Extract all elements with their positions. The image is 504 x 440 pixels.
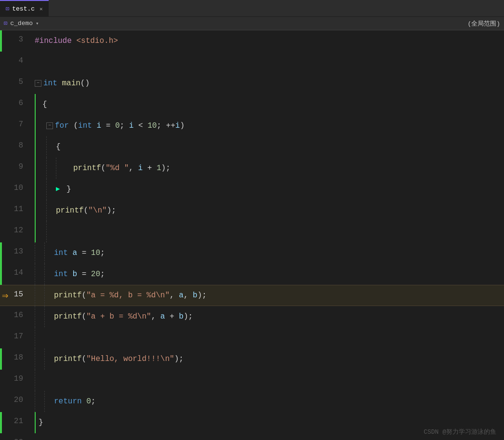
code-line-15: ⇒ 15 printf("a = %d, b = %d\n", a, b); (0, 285, 504, 306)
line-5-content: −int main() (31, 73, 504, 94)
breadcrumb-bar: ⊡ c_demo ▾ (全局范围) (0, 17, 504, 30)
line-19-content (31, 370, 504, 391)
tab-close-button[interactable]: ✕ (40, 6, 43, 12)
debug-arrow-icon: ⇒ (2, 289, 8, 302)
line-4-content (31, 52, 504, 73)
code-line-4: 4 (0, 52, 504, 73)
line-14-content: int b = 20; (31, 264, 504, 285)
line-12-content (31, 221, 504, 242)
code-line-18: 18 printf("Hello, world!!!\n"); (0, 348, 504, 370)
line-16-content: printf("a + b = %d\n", a + b); (31, 306, 504, 327)
watermark: CSDN @努力学习游泳的鱼 (424, 427, 496, 436)
code-line-5: 5 −int main() (0, 73, 504, 94)
code-line-6: 6 { (0, 94, 504, 115)
code-line-11: 11 printf("\n"); (0, 200, 504, 221)
code-editor[interactable]: 3 #include <stdio.h> 4 5 −int main() 6 {… (0, 30, 504, 440)
tab-pin-icon: ⊡ (6, 5, 9, 13)
line-number-5: 5 (2, 73, 31, 94)
line-number-21: 21 (2, 412, 31, 433)
line-number-9: 9 (2, 158, 31, 179)
line-9-content: printf("%d ", i + 1); (31, 158, 504, 179)
code-line-3: 3 #include <stdio.h> (0, 30, 504, 52)
breadcrumb-scope[interactable]: c_demo (10, 20, 33, 27)
line-number-11: 11 (2, 200, 31, 221)
breadcrumb-file-icon: ⊡ (4, 20, 7, 27)
tab-bar: ⊡ test.c ✕ (0, 0, 504, 17)
code-line-20: 20 return 0; (0, 391, 504, 412)
line-17-content (31, 327, 504, 348)
line-number-16: 16 (2, 306, 31, 327)
line-number-3: 3 (2, 30, 31, 52)
line-number-6: 6 (2, 94, 31, 115)
line-number-20: 20 (2, 391, 31, 412)
code-line-12: 12 (0, 221, 504, 242)
code-line-10: 10 ▶ } (0, 179, 504, 200)
line-number-17: 17 (2, 327, 31, 348)
line-number-8: 8 (2, 136, 31, 158)
line-11-content: printf("\n"); (31, 200, 504, 221)
line-number-19: 19 (2, 370, 31, 391)
breadcrumb-left: ⊡ c_demo ▾ (4, 20, 464, 27)
line-number-18: 18 (2, 348, 31, 370)
line-number-10: 10 (2, 179, 31, 200)
code-line-14: 14 int b = 20; (0, 264, 504, 285)
code-line-13: 13 int a = 10; (0, 242, 504, 264)
code-line-16: 16 printf("a + b = %d\n", a + b); (0, 306, 504, 327)
line-number-12: 12 (2, 221, 31, 242)
line-number-22: 22 (2, 433, 31, 440)
line-13-content: int a = 10; (31, 242, 504, 264)
line-number-4: 4 (2, 52, 31, 73)
code-line-17: 17 (0, 327, 504, 348)
code-line-8: 8 { (0, 136, 504, 158)
breadcrumb-dropdown-icon[interactable]: ▾ (36, 20, 39, 27)
line-18-content: printf("Hello, world!!!\n"); (31, 348, 504, 370)
tab-filename: test.c (12, 5, 35, 13)
active-tab[interactable]: ⊡ test.c ✕ (0, 0, 49, 17)
line-15-content: printf("a = %d, b = %d\n", a, b); (31, 285, 504, 306)
line-10-content: ▶ } (31, 179, 504, 200)
line-7-content: −for (int i = 0; i < 10; ++i) (31, 115, 504, 136)
line-8-content: { (31, 136, 504, 158)
line-3-content: #include <stdio.h> (31, 30, 504, 52)
breadcrumb-context: (全局范围) (467, 19, 500, 28)
code-line-7: 7 −for (int i = 0; i < 10; ++i) (0, 115, 504, 136)
line-number-14: 14 (2, 264, 31, 285)
code-line-19: 19 (0, 370, 504, 391)
code-line-9: 9 printf("%d ", i + 1); (0, 158, 504, 179)
line-20-content: return 0; (31, 391, 504, 412)
line-6-content: { (31, 94, 504, 115)
line-number-7: 7 (2, 115, 31, 136)
line-number-13: 13 (2, 242, 31, 264)
